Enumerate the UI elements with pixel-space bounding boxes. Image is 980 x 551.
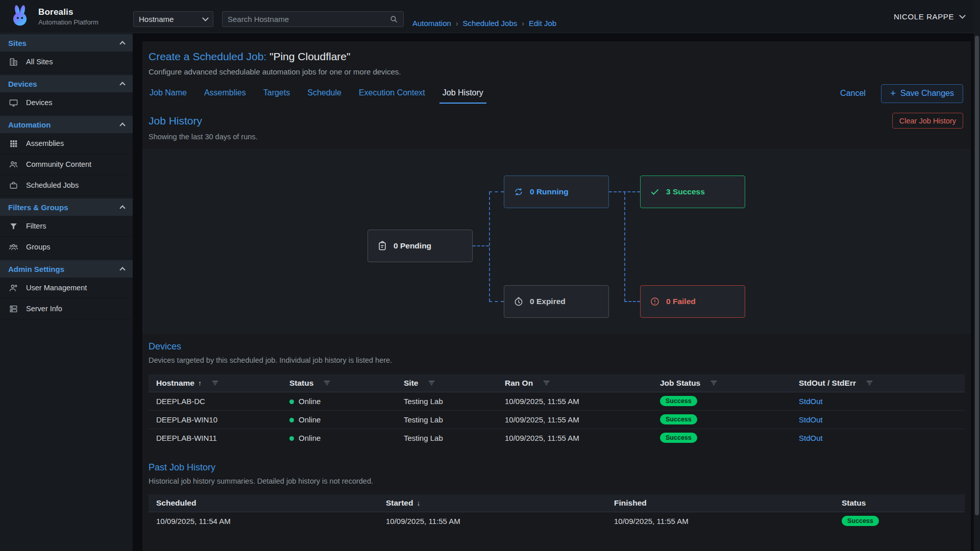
- column-header-scheduled[interactable]: Scheduled: [149, 494, 386, 512]
- filter-icon[interactable]: [323, 379, 331, 387]
- cell-status: Online: [289, 410, 404, 429]
- search-icon[interactable]: [389, 15, 398, 23]
- search-input[interactable]: [228, 15, 389, 23]
- column-label: Site: [404, 379, 418, 388]
- sidebar-section-devices[interactable]: Devices: [0, 75, 133, 92]
- stdout-link[interactable]: StdOut: [799, 397, 823, 406]
- cell-stdout: StdOut: [799, 392, 965, 410]
- flow-connector: [489, 301, 504, 302]
- flow-connector: [489, 192, 490, 302]
- tab-assemblies[interactable]: Assemblies: [203, 83, 247, 104]
- filter-icon[interactable]: [211, 379, 219, 387]
- cell-site: Testing Lab: [404, 392, 505, 410]
- table-row: DEEPLAB-WIN11 Online Testing Lab 10/09/2…: [149, 429, 965, 447]
- cell-ran-on: 10/09/2025, 11:55 AM: [505, 429, 660, 447]
- breadcrumb-automation[interactable]: Automation: [412, 19, 451, 28]
- sidebar-item-label: Devices: [26, 98, 53, 107]
- column-header-stdout[interactable]: StdOut / StdErr: [799, 374, 965, 392]
- save-changes-button[interactable]: + Save Changes: [881, 84, 963, 103]
- breadcrumb-edit-job[interactable]: Edit Job: [529, 19, 556, 28]
- column-header-hostname[interactable]: Hostname ↑: [149, 374, 289, 392]
- flow-connector: [473, 245, 489, 246]
- flow-node-label: 0 Failed: [666, 297, 696, 306]
- past-job-history-heading: Past Job History: [149, 462, 963, 473]
- tab-execution-context[interactable]: Execution Context: [358, 83, 426, 104]
- chevron-up-icon: [119, 41, 125, 46]
- status-badge: Success: [842, 516, 879, 526]
- section-label: Filters & Groups: [8, 203, 68, 212]
- brand-name: Borealis: [38, 7, 99, 17]
- community-icon: [9, 160, 18, 169]
- column-label: Status: [289, 379, 313, 388]
- filter-icon[interactable]: [866, 379, 873, 387]
- column-label: Hostname: [156, 379, 194, 388]
- filter-icon[interactable]: [428, 379, 435, 387]
- sidebar-item-all-sites[interactable]: All Sites: [0, 52, 133, 72]
- user-menu[interactable]: NICOLE RAPPE: [894, 0, 965, 33]
- sidebar-item-groups[interactable]: Groups: [0, 237, 133, 258]
- cell-stdout: StdOut: [799, 410, 965, 429]
- sidebar-item-filters[interactable]: Filters: [0, 216, 133, 237]
- sidebar-item-devices[interactable]: Devices: [0, 92, 133, 113]
- grid-icon: [9, 139, 18, 148]
- sidebar-item-scheduled-jobs[interactable]: Scheduled Jobs: [0, 175, 133, 196]
- server-icon: [9, 304, 18, 314]
- funnel-icon: [9, 221, 18, 231]
- table-row: 10/09/2025, 11:54 AM 10/09/2025, 11:55 A…: [149, 512, 965, 530]
- search-box[interactable]: [222, 11, 404, 27]
- column-label: Finished: [614, 498, 647, 508]
- stdout-link[interactable]: StdOut: [799, 415, 823, 424]
- sidebar-section-automation[interactable]: Automation: [0, 116, 133, 133]
- cell-job-status: Success: [660, 429, 799, 447]
- cell-site: Testing Lab: [404, 429, 505, 447]
- column-header-finished[interactable]: Finished: [614, 494, 842, 512]
- header-actions: Cancel + Save Changes: [840, 84, 963, 103]
- tab-job-history[interactable]: Job History: [442, 83, 484, 104]
- column-header-site[interactable]: Site: [404, 374, 505, 392]
- past-table-wrap: Scheduled Started↓ Finished Status 10/09…: [149, 494, 963, 530]
- sidebar-item-server-info[interactable]: Server Info: [0, 298, 133, 319]
- section-label: Devices: [8, 80, 37, 88]
- cancel-button[interactable]: Cancel: [840, 89, 866, 98]
- sidebar-section-admin-settings[interactable]: Admin Settings: [0, 260, 133, 278]
- column-header-status[interactable]: Status: [289, 374, 404, 392]
- sidebar-section-sites[interactable]: Sites: [0, 34, 133, 52]
- column-header-status[interactable]: Status: [842, 494, 965, 512]
- scrollbar-thumb[interactable]: [975, 36, 979, 515]
- tab-targets[interactable]: Targets: [262, 83, 291, 104]
- sidebar-item-assemblies[interactable]: Assemblies: [0, 133, 133, 154]
- cell-job-status: Success: [660, 392, 799, 410]
- column-label: Started: [386, 498, 413, 508]
- sidebar: Sites All Sites Devices Devices Automati…: [0, 33, 133, 551]
- sidebar-section-filters-groups[interactable]: Filters & Groups: [0, 198, 133, 216]
- flow-node-expired: 0 Expired: [504, 285, 609, 318]
- tab-job-name[interactable]: Job Name: [149, 83, 188, 104]
- sidebar-item-user-management[interactable]: User Management: [0, 278, 133, 298]
- cell-hostname: DEEPLAB-WIN11: [149, 429, 289, 447]
- flow-connector: [489, 191, 504, 192]
- column-header-job-status[interactable]: Job Status: [660, 374, 799, 392]
- sidebar-item-label: Assemblies: [26, 139, 64, 147]
- tab-schedule[interactable]: Schedule: [306, 83, 342, 104]
- filter-icon[interactable]: [710, 379, 718, 387]
- job-history-heading: Job History: [149, 115, 202, 127]
- stdout-link[interactable]: StdOut: [799, 434, 823, 442]
- cell-stdout: StdOut: [799, 429, 965, 447]
- section-label: Automation: [8, 120, 51, 129]
- section-label: Admin Settings: [8, 265, 64, 273]
- job-history-header-row: Job History Clear Job History: [149, 113, 963, 129]
- monitor-icon: [9, 98, 18, 108]
- column-label: Job Status: [660, 379, 700, 388]
- flow-node-success: 3 Success: [640, 176, 745, 208]
- column-header-ran-on[interactable]: Ran On: [505, 374, 660, 392]
- column-label: Status: [842, 498, 866, 508]
- hostname-select[interactable]: Hostname: [133, 11, 213, 27]
- user-name: NICOLE RAPPE: [894, 12, 954, 21]
- column-header-started[interactable]: Started↓: [386, 494, 614, 512]
- breadcrumb-scheduled-jobs[interactable]: Scheduled Jobs: [463, 19, 518, 28]
- clear-job-history-button[interactable]: Clear Job History: [892, 113, 963, 129]
- column-label: Ran On: [505, 379, 533, 388]
- sidebar-item-community-content[interactable]: Community Content: [0, 154, 133, 175]
- filter-icon[interactable]: [543, 379, 550, 387]
- table-row: DEEPLAB-WIN10 Online Testing Lab 10/09/2…: [149, 410, 965, 429]
